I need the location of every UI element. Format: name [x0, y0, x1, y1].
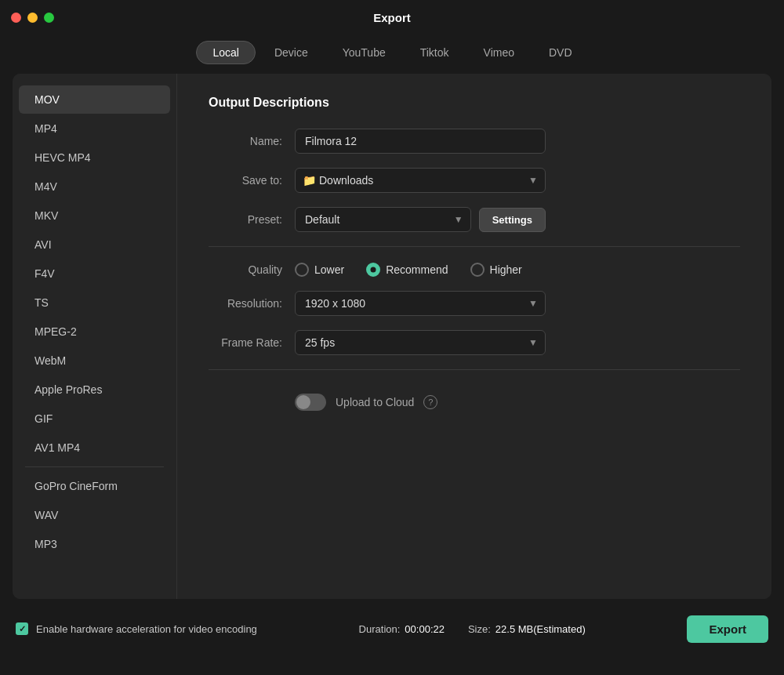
window-title: Export: [373, 11, 411, 24]
window-controls: [11, 13, 54, 23]
saveto-row: Save to: 📁 Downloads Desktop Documents ▼: [209, 168, 740, 193]
sidebar-item-f4v[interactable]: F4V: [19, 259, 170, 288]
framerate-label: Frame Rate:: [209, 336, 295, 349]
section-title: Output Descriptions: [209, 96, 740, 110]
sidebar-divider: [25, 466, 164, 467]
footer-center: Duration: 00:00:22 Size: 22.5 MB(Estimat…: [359, 623, 586, 635]
tab-device[interactable]: Device: [259, 42, 324, 64]
duration-label: Duration:: [359, 623, 401, 635]
sidebar-item-gopro-cineform[interactable]: GoPro CineForm: [19, 472, 170, 500]
duration-info: Duration: 00:00:22: [359, 623, 445, 635]
tabbar: Local Device YouTube Tiktok Vimeo DVD: [0, 34, 784, 74]
quality-recommend-option[interactable]: Recommend: [366, 263, 448, 277]
name-control: [295, 129, 546, 154]
section-divider-2: [209, 369, 740, 370]
settings-button[interactable]: Settings: [479, 208, 546, 232]
sidebar: MOV MP4 HEVC MP4 M4V MKV AVI F4V TS MPEG…: [13, 74, 177, 599]
hw-acceleration-checkbox[interactable]: [16, 622, 28, 635]
name-label: Name:: [209, 135, 295, 147]
sidebar-item-mpeg2[interactable]: MPEG-2: [19, 318, 170, 346]
sidebar-item-mov[interactable]: MOV: [19, 85, 170, 114]
sidebar-item-m4v[interactable]: M4V: [19, 172, 170, 201]
maximize-button[interactable]: [44, 13, 54, 23]
preset-select-wrapper: Default Custom ▼: [295, 207, 471, 232]
quality-lower-label: Lower: [314, 263, 344, 276]
name-row: Name:: [209, 129, 740, 154]
saveto-label: Save to:: [209, 174, 295, 187]
footer-left: Enable hardware acceleration for video e…: [16, 622, 257, 635]
tab-dvd[interactable]: DVD: [533, 42, 588, 64]
footer: Enable hardware acceleration for video e…: [0, 605, 784, 652]
framerate-select[interactable]: 25 fps 24 fps 30 fps 60 fps: [295, 330, 546, 355]
framerate-control: 25 fps 24 fps 30 fps 60 fps ▼: [295, 330, 546, 355]
minimize-button[interactable]: [27, 13, 38, 23]
resolution-control: 1920 x 1080 1280 x 720 3840 x 2160 ▼: [295, 291, 546, 316]
help-icon[interactable]: ?: [423, 395, 437, 409]
framerate-select-wrapper: 25 fps 24 fps 30 fps 60 fps ▼: [295, 330, 546, 355]
saveto-control: 📁 Downloads Desktop Documents ▼: [295, 168, 546, 193]
export-button[interactable]: Export: [687, 615, 768, 643]
close-button[interactable]: [11, 13, 21, 23]
cloud-row: Upload to Cloud ?: [209, 394, 740, 411]
tab-local[interactable]: Local: [196, 41, 255, 64]
resolution-label: Resolution:: [209, 297, 295, 310]
resolution-select[interactable]: 1920 x 1080 1280 x 720 3840 x 2160: [295, 291, 546, 316]
size-value: 22.5 MB(Estimated): [495, 623, 586, 635]
cloud-toggle[interactable]: [295, 394, 326, 411]
saveto-select[interactable]: Downloads Desktop Documents: [295, 168, 546, 193]
sidebar-item-av1-mp4[interactable]: AV1 MP4: [19, 434, 170, 462]
quality-recommend-label: Recommend: [386, 263, 448, 276]
sidebar-item-gif[interactable]: GIF: [19, 405, 170, 433]
quality-lower-option[interactable]: Lower: [295, 263, 344, 277]
quality-radio-group: Lower Recommend Higher: [295, 263, 522, 277]
sidebar-item-mp3[interactable]: MP3: [19, 530, 170, 558]
preset-label: Preset:: [209, 213, 295, 226]
sidebar-item-webm[interactable]: WebM: [19, 347, 170, 375]
size-label: Size:: [468, 623, 491, 635]
quality-row: Quality Lower Recommend Higher: [209, 263, 740, 277]
quality-lower-radio[interactable]: [295, 263, 309, 277]
sidebar-item-hevc-mp4[interactable]: HEVC MP4: [19, 143, 170, 172]
quality-higher-label: Higher: [490, 263, 522, 276]
cloud-label: Upload to Cloud: [336, 396, 414, 408]
quality-higher-option[interactable]: Higher: [470, 263, 522, 277]
resolution-select-wrapper: 1920 x 1080 1280 x 720 3840 x 2160 ▼: [295, 291, 546, 316]
preset-row-inner: Default Custom ▼ Settings: [295, 207, 546, 232]
hw-acceleration-label: Enable hardware acceleration for video e…: [36, 623, 257, 635]
quality-label: Quality: [209, 263, 295, 276]
sidebar-item-avi[interactable]: AVI: [19, 230, 170, 259]
tab-vimeo[interactable]: Vimeo: [468, 42, 530, 64]
preset-select[interactable]: Default Custom: [295, 207, 471, 232]
preset-row: Preset: Default Custom ▼ Settings: [209, 207, 740, 232]
sidebar-item-mp4[interactable]: MP4: [19, 114, 170, 143]
right-panel: Output Descriptions Name: Save to: 📁 Dow…: [177, 74, 771, 599]
resolution-row: Resolution: 1920 x 1080 1280 x 720 3840 …: [209, 291, 740, 316]
titlebar: Export: [0, 0, 784, 34]
sidebar-item-apple-prores[interactable]: Apple ProRes: [19, 376, 170, 404]
framerate-row: Frame Rate: 25 fps 24 fps 30 fps 60 fps …: [209, 330, 740, 355]
sidebar-item-wav[interactable]: WAV: [19, 501, 170, 529]
duration-value: 00:00:22: [405, 623, 445, 635]
preset-control: Default Custom ▼ Settings: [295, 207, 546, 232]
sidebar-item-ts[interactable]: TS: [19, 289, 170, 317]
tab-tiktok[interactable]: Tiktok: [405, 42, 465, 64]
name-input[interactable]: [295, 129, 546, 154]
main-content: MOV MP4 HEVC MP4 M4V MKV AVI F4V TS MPEG…: [13, 74, 771, 599]
quality-higher-radio[interactable]: [470, 263, 485, 277]
saveto-select-wrapper: 📁 Downloads Desktop Documents ▼: [295, 168, 546, 193]
size-info: Size: 22.5 MB(Estimated): [468, 623, 586, 635]
tab-youtube[interactable]: YouTube: [327, 42, 401, 64]
sidebar-item-mkv[interactable]: MKV: [19, 201, 170, 230]
quality-recommend-radio[interactable]: [366, 263, 380, 277]
section-divider-1: [209, 246, 740, 247]
